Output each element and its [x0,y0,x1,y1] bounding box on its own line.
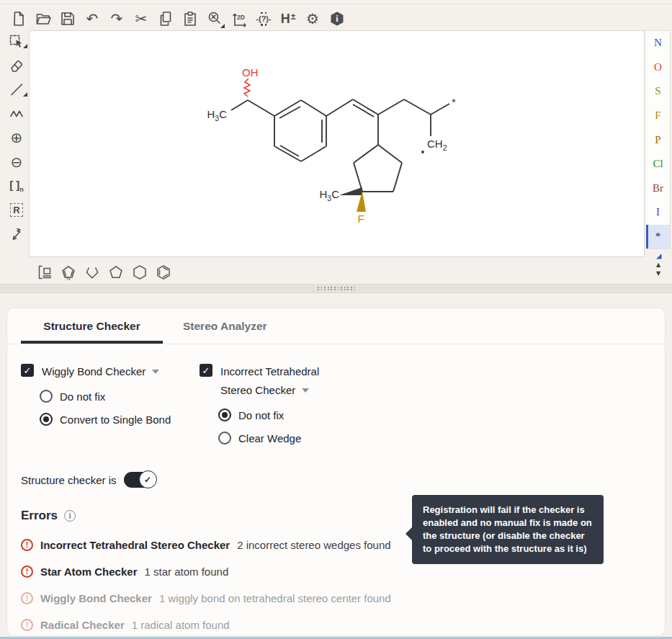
errors-info-icon[interactable]: i [64,510,76,522]
error-alert-icon: ! [21,619,33,631]
bond [279,107,300,118]
scroll-up-icon[interactable]: ▲ [656,262,660,269]
error-checker-name: Star Atom Checker [40,566,138,578]
radio-button[interactable] [40,413,53,426]
chevron-down-icon[interactable] [152,370,159,374]
chain-tool[interactable] [7,106,26,122]
atom-map-button[interactable]: -(?)- [255,9,272,29]
bond [378,145,402,163]
element-button-n[interactable]: N [646,31,670,55]
radio-button[interactable] [218,432,231,444]
element-button-f[interactable]: F [646,104,670,128]
bond [274,146,301,161]
chevron-down-icon[interactable] [302,388,309,393]
scroll-down-icon[interactable]: ▼ [656,270,660,277]
eraser-tool[interactable] [7,58,26,73]
checker-group: ✓Incorrect Tetrahedral Stereo CheckerDo … [200,362,378,444]
rgroup-tool[interactable]: R [7,202,26,218]
radio-option[interactable]: Convert to Single Bond [40,413,200,426]
molecule-drawing: OHH3CH3CFCH2* [30,31,645,258]
radio-label: Convert to Single Bond [60,414,171,426]
error-alert-icon: ! [21,592,33,604]
svg-text:2D: 2D [237,14,245,21]
pyrrole-template-button[interactable]: N [58,262,78,282]
bond [301,146,326,161]
paste-button[interactable] [182,9,199,29]
copy-button[interactable] [157,9,174,29]
cyclopentane-template-button[interactable] [106,262,125,282]
error-detail: 1 star atom found [145,566,229,578]
cut-button[interactable]: ✂ [133,9,150,29]
element-symbols-bar: NOSFPClBrI* [646,30,671,249]
charge-plus-tool[interactable]: ⊕ [7,130,26,146]
reaction-arrow-tool[interactable] [7,226,26,242]
atom-label: * [452,96,456,108]
settings-button[interactable]: ⚙ [304,9,321,29]
bond [393,163,402,192]
checker-group: ✓Wiggly Bond CheckerDo not fixConvert to… [21,362,200,444]
element-button-o[interactable]: O [646,55,670,80]
error-detail: 2 incorrect stereo wedges found [237,539,390,551]
bond [231,100,248,110]
element-button-star[interactable]: * [646,225,670,249]
radio-option[interactable]: Do not fix [218,408,378,421]
wiggly-bond [244,79,250,97]
zoom-tool-button[interactable] [206,9,223,29]
panel-tabs: Structure Checker Stereo Analyzer [7,308,665,344]
checker-checkbox[interactable]: ✓ [21,364,34,377]
clean-2d-button[interactable]: 2D [230,9,248,29]
charge-minus-tool[interactable]: ⊖ [7,154,26,170]
sgroup-icon: [ ]n [9,179,24,193]
undo-button[interactable]: ↶ [84,9,101,29]
element-button-p[interactable]: P [646,128,670,152]
radio-button[interactable] [218,408,231,421]
error-checker-name: Incorrect Tetrahedral Stereo Checker [40,539,230,551]
tab-structure-checker[interactable]: Structure Checker [21,308,163,344]
panel-resize-divider[interactable] [0,284,672,293]
benzene-template-button[interactable] [153,262,173,282]
open-button[interactable] [35,9,52,29]
element-button-cl[interactable]: Cl [646,152,670,176]
charge-minus-tool-icon: ⊖ [11,155,23,169]
radio-option[interactable]: Do not fix [40,390,200,403]
error-row: !Wiggly Bond Checker1 wiggly bond on tet… [21,591,651,605]
tab-stereo-analyzer[interactable]: Stereo Analyzer [183,308,267,344]
element-button-br[interactable]: Br [646,176,670,200]
error-row: !Radical Checker1 radical atom found [21,617,651,632]
info-button[interactable]: i [328,9,346,29]
template-library-button[interactable] [35,262,54,282]
top-toolbar: ↶↷✂2D-(?)-H±⚙i [10,6,346,31]
structure-canvas[interactable]: OHH3CH3CFCH2* [29,30,645,257]
errors-title: Errors [21,509,58,523]
error-row: !Star Atom Checker1 star atom found [21,564,651,578]
cyclohexane-template-button[interactable] [130,262,149,282]
bond [378,99,404,115]
element-button-s[interactable]: S [646,79,670,104]
checker-checkbox[interactable]: ✓ [200,364,212,377]
window-top-edge [0,0,672,4]
bond-tool[interactable] [7,81,26,97]
select-tool[interactable] [7,33,26,49]
cyclopentadiene-template-button[interactable] [82,262,102,282]
redo-button[interactable]: ↷ [108,9,125,29]
left-toolbar: ⊕⊖[ ]nR [7,33,29,242]
resize-handle-icon[interactable] [318,287,355,291]
atom-label: CH2 [427,138,447,152]
radio-label: Do not fix [60,390,105,403]
sgroup-tool[interactable]: [ ]n [7,178,26,194]
structure-checker-toggle[interactable]: ✓ [124,472,156,488]
error-detail: 1 wiggly bond on tetrahedral stereo cent… [159,592,391,604]
radio-option[interactable]: Clear Wedge [218,432,378,444]
structure-checker-panel: Structure Checker Stereo Analyzer ✓Wiggl… [6,308,666,636]
atom-label: H3C [207,108,227,122]
bond [404,99,431,115]
checker-tooltip: Registration will fail if the checker is… [412,495,604,564]
new-document-button[interactable] [10,9,27,29]
element-button-i[interactable]: I [646,200,670,225]
hydrogens-button[interactable]: H± [279,9,297,29]
template-bar: N [35,262,173,282]
radio-button[interactable] [40,390,53,403]
cut-button-icon: ✂ [135,12,148,26]
expand-periodic-table-button[interactable] [655,252,663,260]
save-button[interactable] [59,9,76,29]
